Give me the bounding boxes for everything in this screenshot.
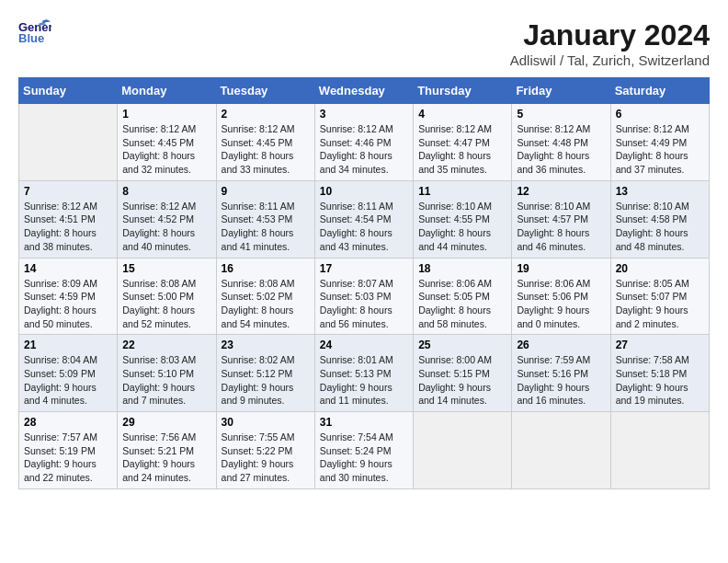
day-number: 19	[517, 262, 605, 275]
day-number: 14	[24, 262, 112, 275]
day-number: 15	[122, 262, 210, 275]
week-row-1: 1Sunrise: 8:12 AMSunset: 4:45 PMDaylight…	[19, 104, 710, 181]
calendar-title: January 2024	[510, 18, 710, 52]
day-number: 5	[517, 108, 605, 121]
day-number: 28	[24, 416, 112, 429]
day-info: Sunrise: 8:03 AMSunset: 5:10 PMDaylight:…	[122, 353, 210, 408]
day-number: 16	[222, 262, 310, 275]
day-info: Sunrise: 8:01 AMSunset: 5:13 PMDaylight:…	[320, 353, 408, 408]
day-info: Sunrise: 7:54 AMSunset: 5:24 PMDaylight:…	[320, 431, 408, 485]
day-info: Sunrise: 8:12 AMSunset: 4:46 PMDaylight:…	[320, 122, 408, 177]
week-row-3: 14Sunrise: 8:09 AMSunset: 4:59 PMDayligh…	[19, 258, 710, 335]
day-number: 2	[222, 108, 310, 121]
day-cell: 3Sunrise: 8:12 AMSunset: 4:46 PMDaylight…	[314, 104, 413, 181]
day-info: Sunrise: 8:07 AMSunset: 5:03 PMDaylight:…	[320, 277, 408, 331]
day-info: Sunrise: 8:09 AMSunset: 4:59 PMDaylight:…	[24, 277, 112, 331]
day-cell: 21Sunrise: 8:04 AMSunset: 5:09 PMDayligh…	[19, 335, 118, 412]
day-number: 12	[517, 185, 605, 198]
day-cell: 16Sunrise: 8:08 AMSunset: 5:02 PMDayligh…	[216, 258, 314, 335]
day-cell: 4Sunrise: 8:12 AMSunset: 4:47 PMDaylight…	[414, 104, 512, 181]
day-cell: 17Sunrise: 8:07 AMSunset: 5:03 PMDayligh…	[314, 258, 413, 335]
day-info: Sunrise: 8:05 AMSunset: 5:07 PMDaylight:…	[616, 277, 704, 331]
day-cell: 19Sunrise: 8:06 AMSunset: 5:06 PMDayligh…	[512, 258, 610, 335]
day-number: 13	[616, 185, 704, 198]
day-cell: 9Sunrise: 8:11 AMSunset: 4:53 PMDaylight…	[216, 180, 314, 258]
day-cell	[512, 412, 610, 489]
day-info: Sunrise: 8:12 AMSunset: 4:45 PMDaylight:…	[222, 122, 310, 177]
day-cell: 22Sunrise: 8:03 AMSunset: 5:10 PMDayligh…	[118, 335, 216, 412]
day-cell: 27Sunrise: 7:58 AMSunset: 5:18 PMDayligh…	[610, 335, 709, 412]
day-info: Sunrise: 8:04 AMSunset: 5:09 PMDaylight:…	[24, 353, 112, 408]
day-cell	[610, 412, 709, 489]
day-cell: 14Sunrise: 8:09 AMSunset: 4:59 PMDayligh…	[19, 258, 118, 335]
week-row-4: 21Sunrise: 8:04 AMSunset: 5:09 PMDayligh…	[19, 335, 710, 412]
day-info: Sunrise: 8:06 AMSunset: 5:05 PMDaylight:…	[418, 277, 506, 331]
weekday-header-row: SundayMondayTuesdayWednesdayThursdayFrid…	[19, 78, 710, 104]
day-cell: 18Sunrise: 8:06 AMSunset: 5:05 PMDayligh…	[414, 258, 512, 335]
day-info: Sunrise: 8:12 AMSunset: 4:48 PMDaylight:…	[517, 122, 605, 177]
day-number: 20	[616, 262, 704, 275]
logo: General Blue	[18, 18, 51, 44]
day-info: Sunrise: 8:12 AMSunset: 4:47 PMDaylight:…	[418, 122, 506, 177]
day-cell: 5Sunrise: 8:12 AMSunset: 4:48 PMDaylight…	[512, 104, 610, 181]
day-info: Sunrise: 8:12 AMSunset: 4:51 PMDaylight:…	[24, 200, 112, 254]
weekday-monday: Monday	[118, 78, 216, 104]
day-cell	[19, 104, 118, 181]
weekday-thursday: Thursday	[414, 78, 512, 104]
day-number: 8	[122, 185, 210, 198]
day-number: 18	[418, 262, 506, 275]
day-number: 7	[24, 185, 112, 198]
day-cell	[414, 412, 512, 489]
day-cell: 29Sunrise: 7:56 AMSunset: 5:21 PMDayligh…	[118, 412, 216, 489]
day-cell: 23Sunrise: 8:02 AMSunset: 5:12 PMDayligh…	[216, 335, 314, 412]
day-info: Sunrise: 7:56 AMSunset: 5:21 PMDaylight:…	[122, 431, 210, 485]
title-block: January 2024 Adliswil / Tal, Zurich, Swi…	[510, 18, 710, 68]
day-info: Sunrise: 8:06 AMSunset: 5:06 PMDaylight:…	[517, 277, 605, 331]
page-header: General Blue January 2024 Adliswil / Tal…	[18, 18, 710, 68]
svg-text:Blue: Blue	[18, 31, 44, 44]
day-number: 26	[517, 339, 605, 351]
day-info: Sunrise: 8:12 AMSunset: 4:49 PMDaylight:…	[616, 122, 704, 177]
day-number: 10	[320, 185, 408, 198]
day-cell: 12Sunrise: 8:10 AMSunset: 4:57 PMDayligh…	[512, 180, 610, 258]
day-info: Sunrise: 8:10 AMSunset: 4:55 PMDaylight:…	[418, 200, 506, 254]
day-number: 27	[616, 339, 704, 351]
day-info: Sunrise: 7:59 AMSunset: 5:16 PMDaylight:…	[517, 353, 605, 408]
day-cell: 25Sunrise: 8:00 AMSunset: 5:15 PMDayligh…	[414, 335, 512, 412]
day-cell: 8Sunrise: 8:12 AMSunset: 4:52 PMDaylight…	[118, 180, 216, 258]
calendar-subtitle: Adliswil / Tal, Zurich, Switzerland	[510, 52, 710, 68]
day-number: 30	[222, 416, 310, 429]
day-cell: 2Sunrise: 8:12 AMSunset: 4:45 PMDaylight…	[216, 104, 314, 181]
day-number: 3	[320, 108, 408, 121]
day-info: Sunrise: 7:58 AMSunset: 5:18 PMDaylight:…	[616, 353, 704, 408]
weekday-tuesday: Tuesday	[216, 78, 314, 104]
day-cell: 28Sunrise: 7:57 AMSunset: 5:19 PMDayligh…	[19, 412, 118, 489]
day-info: Sunrise: 8:08 AMSunset: 5:00 PMDaylight:…	[122, 277, 210, 331]
week-row-5: 28Sunrise: 7:57 AMSunset: 5:19 PMDayligh…	[19, 412, 710, 489]
day-info: Sunrise: 8:02 AMSunset: 5:12 PMDaylight:…	[222, 353, 310, 408]
day-number: 1	[122, 108, 210, 121]
weekday-sunday: Sunday	[19, 78, 118, 104]
day-number: 4	[418, 108, 506, 121]
day-cell: 10Sunrise: 8:11 AMSunset: 4:54 PMDayligh…	[314, 180, 413, 258]
day-number: 11	[418, 185, 506, 198]
day-number: 17	[320, 262, 408, 275]
day-cell: 26Sunrise: 7:59 AMSunset: 5:16 PMDayligh…	[512, 335, 610, 412]
day-cell: 13Sunrise: 8:10 AMSunset: 4:58 PMDayligh…	[610, 180, 709, 258]
day-number: 6	[616, 108, 704, 121]
day-number: 29	[122, 416, 210, 429]
week-row-2: 7Sunrise: 8:12 AMSunset: 4:51 PMDaylight…	[19, 180, 710, 258]
day-number: 31	[320, 416, 408, 429]
day-cell: 20Sunrise: 8:05 AMSunset: 5:07 PMDayligh…	[610, 258, 709, 335]
day-number: 9	[222, 185, 310, 198]
day-info: Sunrise: 8:10 AMSunset: 4:57 PMDaylight:…	[517, 200, 605, 254]
day-info: Sunrise: 8:11 AMSunset: 4:54 PMDaylight:…	[320, 200, 408, 254]
day-info: Sunrise: 8:08 AMSunset: 5:02 PMDaylight:…	[222, 277, 310, 331]
day-cell: 24Sunrise: 8:01 AMSunset: 5:13 PMDayligh…	[314, 335, 413, 412]
day-number: 22	[122, 339, 210, 351]
day-info: Sunrise: 8:11 AMSunset: 4:53 PMDaylight:…	[222, 200, 310, 254]
day-info: Sunrise: 8:00 AMSunset: 5:15 PMDaylight:…	[418, 353, 506, 408]
day-cell: 7Sunrise: 8:12 AMSunset: 4:51 PMDaylight…	[19, 180, 118, 258]
day-number: 21	[24, 339, 112, 351]
logo-icon: General Blue	[18, 18, 51, 44]
